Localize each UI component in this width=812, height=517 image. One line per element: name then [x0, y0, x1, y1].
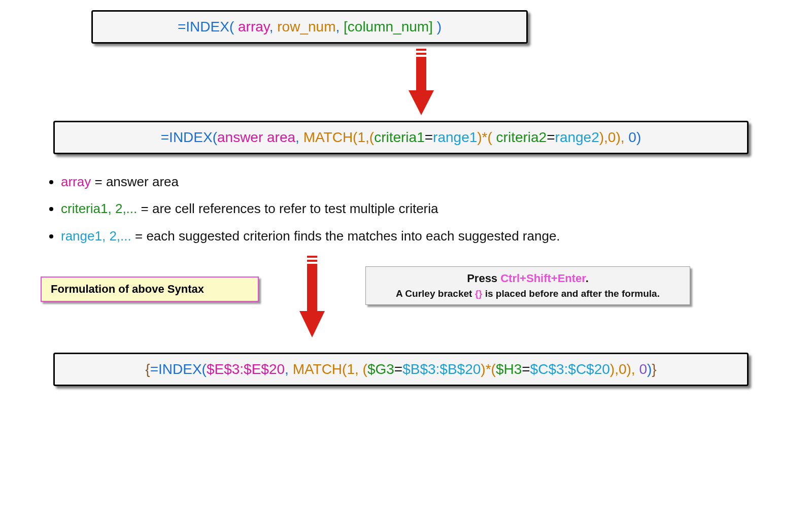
term: range1, 2,... [61, 228, 131, 244]
tok-indexfn: =INDEX( [178, 19, 238, 35]
curley-braces: {} [475, 288, 483, 299]
tok: 0 [639, 361, 647, 377]
formulation-label: Formulation of above Syntax [41, 277, 259, 302]
tok: , ( [355, 361, 367, 377]
tok: ), [599, 129, 608, 145]
tok: 0 [628, 129, 636, 145]
tok: , [285, 361, 293, 377]
tok: ,( [365, 129, 374, 145]
eq: = [91, 174, 106, 189]
syntax-box-example: {=INDEX($E$3:$E$20, MATCH(1, ($G3=$B$3:$… [53, 353, 749, 386]
t: . [586, 272, 589, 285]
shortcut-line-1: Press Ctrl+Shift+Enter. [376, 272, 680, 285]
tok: MATCH( [293, 361, 347, 377]
tok: = [425, 129, 433, 145]
t: is placed before and after the formula. [482, 288, 659, 299]
bullet-range: range1, 2,... = each suggested criterion… [61, 224, 802, 249]
t: A Curley bracket [396, 288, 475, 299]
tok: range1 [433, 129, 477, 145]
tok: 1 [347, 361, 355, 377]
tok: )*( [477, 129, 496, 145]
svg-rect-6 [307, 264, 317, 312]
tok: $E$3:$E$20 [207, 361, 285, 377]
tok: range2 [555, 129, 599, 145]
svg-rect-4 [307, 256, 317, 258]
tok: = [394, 361, 402, 377]
tok-array: array [238, 19, 269, 35]
bullet-array: array = answer area [61, 169, 802, 194]
arrow-down-1 [41, 47, 802, 118]
svg-marker-3 [409, 90, 434, 115]
tok: = [522, 361, 530, 377]
tok: =INDEX( [150, 361, 207, 377]
tok: $C$3:$C$20 [530, 361, 610, 377]
mid-row: Formulation of above Syntax Press Ctrl+S… [41, 254, 771, 340]
tok: 0 [608, 129, 616, 145]
svg-rect-1 [416, 53, 426, 55]
arrow-down-icon [403, 47, 439, 118]
tok: } [652, 361, 656, 377]
eq: = [137, 201, 152, 216]
desc: are cell references to refer to test mul… [152, 201, 438, 216]
tok-comma: , [335, 19, 344, 35]
term: array [61, 174, 91, 189]
arrow-down-icon [294, 254, 330, 340]
tok: ), [627, 361, 639, 377]
tok: ) [636, 129, 641, 145]
tok: $B$3:$B$20 [402, 361, 481, 377]
tok: criteria1 [374, 129, 425, 145]
tok: ), [610, 361, 619, 377]
t: Press [467, 272, 500, 285]
tok: 1 [357, 129, 365, 145]
svg-rect-5 [307, 260, 317, 262]
tok-rownum: row_num [277, 19, 335, 35]
tok: $H3 [496, 361, 522, 377]
shortcut-keys: Ctrl+Shift+Enter [500, 272, 585, 285]
svg-marker-7 [299, 311, 325, 337]
tok: =INDEX( [161, 129, 217, 145]
tok: ) [647, 361, 652, 377]
tok-close: ) [433, 19, 442, 35]
tok: answer area [217, 129, 295, 145]
tok: $G3 [367, 361, 394, 377]
desc: each suggested criterion finds the match… [146, 228, 560, 244]
desc: answer area [106, 174, 179, 189]
syntax-box-expanded: =INDEX(answer area, MATCH(1,(criteria1=r… [53, 121, 749, 154]
term: criteria1, 2,... [61, 201, 137, 216]
tok: criteria2 [496, 129, 547, 145]
svg-rect-2 [416, 57, 426, 91]
shortcut-line-2: A Curley bracket {} is placed before and… [376, 288, 680, 299]
bullet-list: array = answer area criteria1, 2,... = a… [41, 169, 802, 249]
syntax-box-index: =INDEX( array, row_num, [column_num] ) [91, 10, 528, 44]
tok: = [547, 129, 555, 145]
tok: { [145, 361, 150, 377]
tok: MATCH( [303, 129, 358, 145]
svg-rect-0 [416, 49, 426, 51]
tok-colnum: [column_num] [344, 19, 433, 35]
tok-comma: , [269, 19, 278, 35]
tok: 0 [619, 361, 627, 377]
shortcut-info-box: Press Ctrl+Shift+Enter. A Curley bracket… [365, 266, 690, 305]
bullet-criteria: criteria1, 2,... = are cell references t… [61, 196, 802, 221]
eq: = [131, 228, 147, 244]
tok: , [295, 129, 303, 145]
tok: )*( [481, 361, 496, 377]
tok: ), [616, 129, 628, 145]
